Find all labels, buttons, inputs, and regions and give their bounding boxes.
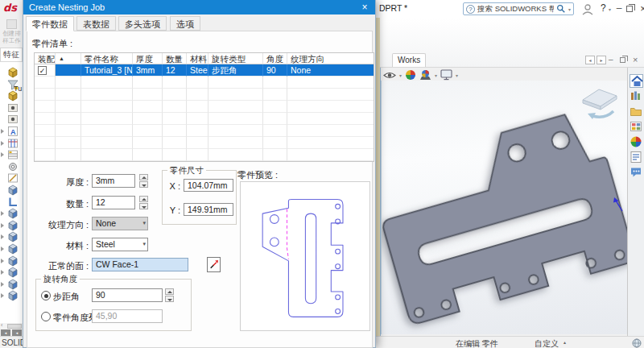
row-quantity[interactable]: 12 — [163, 64, 187, 77]
row-part-name[interactable]: Tutorial_3 [N... — [81, 64, 133, 77]
doc-prev-button[interactable]: ◂ — [585, 56, 595, 64]
x-size-field[interactable]: 104.07mm — [184, 179, 233, 192]
tree-item[interactable] — [0, 138, 23, 149]
search-dropdown-icon[interactable]: ▾ — [568, 6, 571, 12]
angle-list-input[interactable]: 45,90 — [92, 309, 163, 323]
tree-item[interactable] — [0, 208, 23, 219]
chevron-down-icon[interactable]: ▾ — [399, 72, 402, 78]
close-window-button[interactable]: × — [638, 2, 644, 14]
tree-item[interactable] — [0, 184, 23, 196]
lib-taskpane-icon[interactable] — [630, 89, 643, 103]
normal-face-field[interactable]: CW Face-1 — [92, 258, 188, 271]
expand-caret-icon[interactable] — [1, 246, 4, 251]
user-account-icon[interactable] — [581, 3, 594, 15]
home-taskpane-icon[interactable] — [630, 74, 643, 88]
view-orientation-icon[interactable] — [580, 85, 620, 124]
doc-close-button[interactable]: × — [633, 55, 638, 64]
minimize-button[interactable]: – — [613, 2, 625, 14]
y-size-field[interactable]: 149.91mm — [184, 203, 233, 216]
expand-caret-icon[interactable] — [1, 152, 4, 157]
col-header-thickness[interactable]: 厚度 — [133, 53, 163, 64]
material-select[interactable]: Steel▾ — [92, 238, 148, 251]
forum-taskpane-icon[interactable] — [630, 166, 643, 180]
sort-arrow-icon[interactable]: ▲ — [56, 53, 81, 64]
row-material[interactable]: Steel — [187, 64, 208, 77]
restore-button[interactable] — [626, 6, 633, 12]
table-empty-row[interactable] — [35, 125, 374, 137]
expand-caret-icon[interactable] — [1, 141, 4, 146]
expand-caret-icon[interactable] — [1, 129, 4, 134]
step-angle-stepper[interactable] — [165, 288, 174, 302]
tab-options[interactable]: 选项 — [170, 16, 200, 31]
appearance-ball-icon[interactable] — [405, 69, 416, 81]
tree-item[interactable] — [0, 102, 23, 114]
search-icon[interactable] — [556, 4, 566, 14]
visibility-eye-icon[interactable] — [383, 71, 396, 80]
col-header-material[interactable]: 材料 — [187, 53, 208, 64]
expand-caret-icon[interactable] — [1, 293, 4, 298]
table-empty-row[interactable] — [35, 101, 374, 113]
col-header-quantity[interactable]: 数量 — [163, 53, 187, 64]
customize-caret-icon[interactable]: ▴ — [564, 339, 566, 345]
dialog-close-button[interactable]: × — [359, 0, 370, 14]
ball-taskpane-icon[interactable] — [630, 135, 643, 149]
tab-multihead-options[interactable]: 多头选项 — [118, 16, 167, 31]
folder-taskpane-icon[interactable] — [630, 105, 643, 118]
features-tab[interactable]: 特征 — [0, 48, 23, 61]
row-checkbox[interactable]: ✓ — [38, 66, 47, 75]
props-taskpane-icon[interactable] — [630, 151, 643, 164]
doc-next-button[interactable]: ▸ — [597, 56, 606, 64]
chevron-down-icon[interactable]: ▾ — [435, 72, 437, 78]
quantity-stepper[interactable] — [139, 196, 148, 209]
horizontal-scrollbar[interactable]: ‹ — [0, 323, 23, 329]
row-angle[interactable]: 90 — [263, 64, 287, 77]
step-angle-radio[interactable] — [41, 291, 51, 300]
table-empty-row[interactable] — [35, 89, 374, 101]
tree-item[interactable] — [0, 67, 23, 78]
scrollbar-thumb[interactable] — [7, 324, 22, 329]
thickness-input[interactable]: 3mm — [92, 174, 135, 188]
table-empty-row[interactable] — [35, 113, 374, 125]
tree-item[interactable] — [0, 279, 23, 290]
tree-item[interactable] — [0, 161, 23, 172]
expand-caret-icon[interactable] — [1, 223, 4, 228]
row-grain[interactable]: None — [287, 64, 374, 77]
thickness-stepper[interactable] — [139, 174, 148, 188]
table-row-selected[interactable]: ✓ Tutorial_3 [N... 3mm 12 Steel 步距角 90 N… — [35, 64, 374, 77]
graphics-viewport[interactable] — [381, 81, 627, 334]
tree-item[interactable] — [0, 267, 23, 278]
search-input[interactable]: ? 搜索 SOLIDWORKS 帮助 ▾ — [463, 2, 574, 15]
expand-caret-icon[interactable] — [1, 282, 4, 287]
row-thickness[interactable]: 3mm — [133, 64, 163, 77]
col-header-part-name[interactable]: 零件名称 — [81, 53, 133, 64]
angle-list-radio[interactable] — [41, 312, 51, 321]
col-header-assembly[interactable]: 装配 — [35, 53, 56, 64]
table-empty-row[interactable] — [35, 137, 374, 149]
tree-item[interactable] — [0, 172, 23, 184]
tree-item[interactable]: A — [0, 126, 23, 137]
row-rotation-type[interactable]: 步距角 — [208, 64, 263, 77]
col-header-grain[interactable]: 纹理方向 — [287, 53, 374, 64]
tree-item[interactable] — [0, 114, 23, 125]
tree-item[interactable] — [0, 220, 23, 231]
col-header-rotation-type[interactable]: 旋转类型 — [208, 53, 263, 64]
tree-item[interactable] — [0, 197, 23, 208]
tab-table-data[interactable]: 表数据 — [76, 16, 116, 31]
help-dropdown-icon[interactable]: ▾ — [609, 6, 611, 12]
expand-caret-icon[interactable] — [1, 270, 4, 275]
step-angle-input[interactable]: 90 — [92, 288, 163, 302]
doc-restore-button[interactable] — [620, 57, 625, 63]
help-button[interactable]: ? — [601, 2, 606, 14]
tree-item[interactable] — [0, 255, 23, 267]
tree-item[interactable] — [0, 231, 23, 242]
tab-part-data[interactable]: 零件数据 — [26, 16, 74, 31]
select-face-button[interactable] — [207, 257, 221, 272]
palette-taskpane-icon[interactable] — [630, 120, 643, 134]
feature-tree[interactable]: A — [0, 61, 23, 323]
ribbon-tab-solidworks[interactable]: Works — [392, 53, 426, 67]
table-empty-row[interactable] — [35, 77, 374, 89]
chevron-down-icon[interactable]: ▾ — [456, 72, 458, 78]
tree-item[interactable] — [0, 290, 23, 301]
model-tab-prev-icon[interactable]: ◂ — [12, 329, 22, 336]
tree-item[interactable] — [0, 243, 23, 255]
